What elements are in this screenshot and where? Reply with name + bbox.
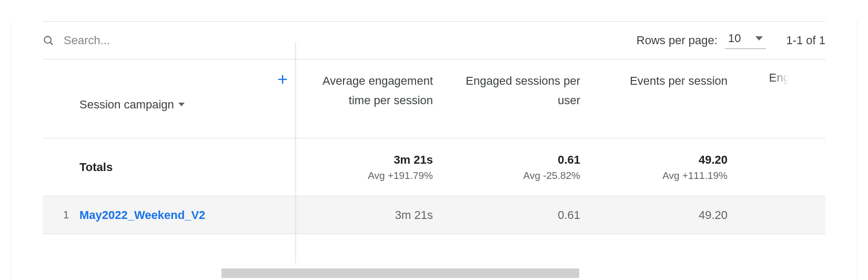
campaign-name-link[interactable]: May2022_Weekend_V2 xyxy=(79,196,295,234)
svg-point-0 xyxy=(44,36,51,43)
column-header-engaged-sessions[interactable]: Engaged sessions per user xyxy=(452,71,580,111)
dimension-picker[interactable]: Session campaign xyxy=(79,98,185,112)
rows-per-page-value: 10 xyxy=(728,32,741,45)
column-header-avg-engagement[interactable]: Average engagement time per session xyxy=(305,71,433,111)
horizontal-scrollbar[interactable] xyxy=(221,268,579,278)
totals-engaged-sessions-value: 0.61 xyxy=(558,153,580,167)
column-header-peek: Eng xyxy=(769,71,790,85)
search-icon xyxy=(43,35,54,46)
totals-avg-engagement-value: 3m 21s xyxy=(393,153,433,167)
totals-engaged-sessions-delta: Avg -25.82% xyxy=(523,170,580,182)
dimension-label: Session campaign xyxy=(79,98,174,112)
cell-events-per-session: 49.20 xyxy=(590,196,737,234)
chevron-down-icon xyxy=(755,36,763,41)
search-input[interactable] xyxy=(64,34,221,47)
table-header-row: Session campaign + Average engagement ti… xyxy=(43,59,825,138)
totals-events-per-session-value: 49.20 xyxy=(699,153,728,167)
svg-line-1 xyxy=(50,42,53,45)
report-table-panel: Rows per page: 10 1-1 of 1 Session campa… xyxy=(11,21,857,280)
totals-label: Totals xyxy=(79,161,113,174)
row-index: 1 xyxy=(43,196,79,234)
totals-events-per-session-delta: Avg +111.19% xyxy=(662,170,728,182)
column-header-events-per-session[interactable]: Events per session xyxy=(630,71,728,91)
totals-row: Totals 3m 21s Avg +191.79% 0.61 Avg -25.… xyxy=(43,138,825,196)
table-toolbar: Rows per page: 10 1-1 of 1 xyxy=(43,22,825,59)
rows-per-page-label: Rows per page: xyxy=(637,34,718,47)
cell-engaged-sessions: 0.61 xyxy=(442,196,590,234)
chevron-down-icon xyxy=(178,103,185,106)
add-dimension-button[interactable]: + xyxy=(277,70,288,88)
rows-per-page-select[interactable]: 10 xyxy=(725,32,766,49)
totals-avg-engagement-delta: Avg +191.79% xyxy=(368,170,433,182)
cell-avg-engagement: 3m 21s xyxy=(295,196,442,234)
table-row[interactable]: 1 May2022_Weekend_V2 3m 21s 0.61 49.20 xyxy=(43,196,825,234)
pagination-range: 1-1 of 1 xyxy=(786,34,825,47)
